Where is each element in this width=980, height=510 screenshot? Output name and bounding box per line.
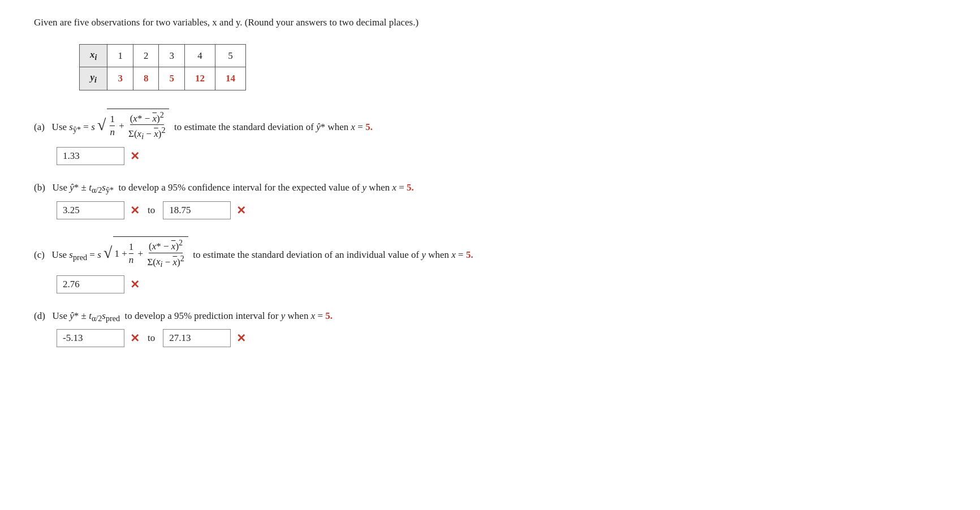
- part-a-answer-box[interactable]: 1.33: [57, 147, 124, 165]
- x2: 2: [133, 45, 159, 67]
- part-d-lower-box[interactable]: -5.13: [57, 329, 124, 347]
- part-b-letter: (b) Use ŷ* ± tα/2sŷ*: [34, 182, 114, 193]
- part-a-formula: sŷ* = s √ 1 n + (x* − x)2 Σ(xi − x)2: [69, 122, 171, 132]
- x5: 5: [215, 45, 245, 67]
- y3: 5: [159, 67, 185, 90]
- part-c-text: to estimate the standard deviation of an…: [191, 249, 473, 260]
- part-a-answer-row: 1.33 ✕: [57, 147, 946, 165]
- y-header: yi: [80, 67, 107, 90]
- part-a-text: to estimate the standard deviation of ŷ*…: [172, 122, 373, 132]
- y5: 14: [215, 67, 245, 90]
- part-b-upper-box[interactable]: 18.75: [163, 201, 231, 219]
- x1: 1: [107, 45, 133, 67]
- part-c-letter: (c) Use: [34, 249, 69, 260]
- part-a-section: (a) Use sŷ* = s √ 1 n + (x* − x)2 Σ(xi −…: [34, 109, 946, 166]
- part-b-section: (b) Use ŷ* ± tα/2sŷ* to develop a 95% co…: [34, 182, 946, 219]
- y4: 12: [184, 67, 215, 90]
- part-d-upper-box[interactable]: 27.13: [163, 329, 231, 347]
- part-b-answer-row: 3.25 ✕ to 18.75 ✕: [57, 201, 946, 219]
- part-b-text: to develop a 95% confidence interval for…: [116, 182, 413, 193]
- part-a-label: (a) Use sŷ* = s √ 1 n + (x* − x)2 Σ(xi −…: [34, 109, 946, 142]
- part-c-x-icon[interactable]: ✕: [130, 278, 140, 291]
- y2: 8: [133, 67, 159, 90]
- part-c-answer-row: 2.76 ✕: [57, 275, 946, 293]
- part-d-section: (d) Use ŷ* ± tα/2spred to develop a 95% …: [34, 310, 946, 347]
- x4: 4: [184, 45, 215, 67]
- part-b-to-label: to: [148, 205, 155, 216]
- part-c-section: (c) Use spred = s √ 1 + 1 n + (x* − x)2 …: [34, 236, 946, 293]
- x-header: xi: [80, 45, 107, 67]
- part-a-x-icon[interactable]: ✕: [130, 149, 140, 163]
- part-d-upper-x-icon[interactable]: ✕: [236, 331, 246, 345]
- part-d-lower-x-icon[interactable]: ✕: [130, 331, 140, 345]
- part-b-upper-x-icon[interactable]: ✕: [236, 204, 246, 217]
- intro-text: Given are five observations for two vari…: [34, 17, 946, 28]
- part-b-lower-box[interactable]: 3.25: [57, 201, 124, 219]
- part-d-letter: (d) Use ŷ* ± tα/2spred: [34, 310, 120, 321]
- part-b-lower-x-icon[interactable]: ✕: [130, 204, 140, 217]
- part-d-to-label: to: [148, 332, 155, 344]
- part-c-answer-box[interactable]: 2.76: [57, 275, 124, 293]
- part-b-label: (b) Use ŷ* ± tα/2sŷ* to develop a 95% co…: [34, 182, 946, 195]
- part-a-letter: (a) Use: [34, 122, 69, 132]
- y1: 3: [107, 67, 133, 90]
- x3: 3: [159, 45, 185, 67]
- part-c-label: (c) Use spred = s √ 1 + 1 n + (x* − x)2 …: [34, 236, 946, 270]
- part-d-answer-row: -5.13 ✕ to 27.13 ✕: [57, 329, 946, 347]
- part-d-text: to develop a 95% prediction interval for…: [122, 310, 333, 321]
- data-table: xi 1 2 3 4 5 yi 3 8 5 12 14: [79, 44, 246, 90]
- part-d-label: (d) Use ŷ* ± tα/2spred to develop a 95% …: [34, 310, 946, 323]
- part-c-formula: spred = s √ 1 + 1 n + (x* − x)2 Σ(xi − x…: [69, 249, 191, 260]
